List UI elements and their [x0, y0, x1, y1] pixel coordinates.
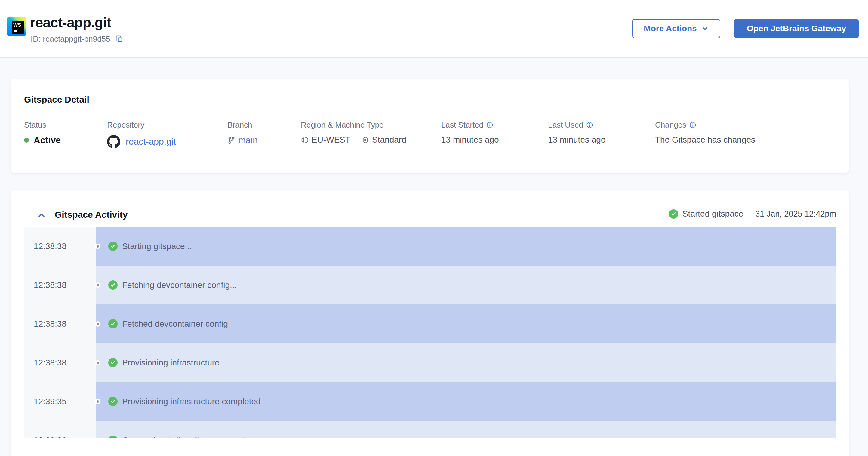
repository-link[interactable]: react-app.git [126, 136, 176, 147]
last-started-value: 13 minutes ago [441, 135, 499, 145]
log-gutter: 12:38:38 [24, 343, 96, 382]
detail-col-region-machine: Region & Machine Type EU-WEST [301, 120, 406, 145]
check-circle-icon [108, 319, 118, 329]
cpu-icon [361, 136, 369, 144]
webstorm-logo-underscore [13, 30, 18, 32]
open-gateway-label: Open JetBrains Gateway [747, 24, 846, 33]
gitspace-id-label: ID: reactappgit-bn9d55 [31, 34, 111, 43]
log-time: 12:38:38 [34, 358, 66, 368]
changes-value: The Gitspace has changes [655, 135, 755, 145]
timeline-dot-icon [95, 244, 100, 249]
last-used-value: 13 minutes ago [548, 135, 606, 145]
log-text: Starting gitspace... [122, 242, 192, 251]
repository-value-row: react-app.git [107, 135, 176, 148]
log-gutter: 12:38:38 [24, 227, 96, 266]
globe-icon [301, 136, 309, 144]
chevron-up-icon[interactable] [37, 211, 46, 220]
detail-col-branch: Branch main [227, 120, 258, 145]
log-text: Provisioning infrastructure... [122, 358, 226, 368]
repository-label: Repository [107, 120, 176, 130]
log-text: Fetched devcontainer config [122, 319, 228, 329]
check-circle-icon [108, 242, 118, 251]
webstorm-logo-inner: WS [12, 21, 24, 34]
info-icon[interactable] [586, 122, 593, 128]
detail-col-repository: Repository react-app.git [107, 120, 176, 148]
activity-status-group: Started gitspace 31 Jan, 2025 12:42pm [669, 209, 836, 219]
page-title: react-app.git [30, 14, 111, 31]
timeline-dot-icon [95, 321, 100, 327]
check-circle-icon [108, 397, 118, 406]
more-actions-button[interactable]: More Actions [632, 19, 720, 38]
status-dot-icon [24, 138, 29, 143]
gitspace-activity-card: Gitspace Activity Started gitspace 31 Ja… [11, 190, 849, 456]
region-value: EU-WEST [312, 135, 350, 145]
page-header: WS react-app.git ID: reactappgit-bn9d55 … [0, 0, 868, 58]
check-circle-icon [108, 358, 118, 367]
log-row: 12:38:38 Fetching devcontainer config... [24, 266, 836, 304]
changes-label: Changes [655, 120, 686, 130]
log-gutter: 12:39:35 [24, 382, 96, 421]
region-machine-label: Region & Machine Type [301, 120, 406, 130]
machine-group: Standard [361, 135, 406, 145]
gitspace-id-row: ID: reactappgit-bn9d55 [31, 34, 123, 43]
activity-log[interactable]: 12:38:38 Starting gitspace... 12:38:38 F… [24, 227, 836, 438]
log-time: 12:38:38 [34, 280, 66, 290]
log-row: 12:39:36 Connecting to the gitspace agen… [24, 421, 836, 438]
chevron-down-icon [701, 25, 709, 32]
more-actions-label: More Actions [644, 24, 696, 33]
log-gutter: 12:38:38 [24, 266, 96, 304]
region-machine-value-row: EU-WEST Standard [301, 135, 406, 145]
detail-col-last-used: Last Used 13 minutes ago [548, 120, 606, 145]
log-row: 12:38:38 Provisioning infrastructure... [24, 343, 836, 382]
log-time: 12:39:35 [34, 397, 66, 406]
timeline-dot-icon [95, 399, 100, 404]
check-circle-icon [669, 209, 678, 219]
branch-link[interactable]: main [238, 135, 258, 145]
last-started-label: Last Started [441, 120, 483, 130]
copy-icon[interactable] [115, 35, 123, 43]
info-icon[interactable] [689, 122, 696, 128]
info-icon[interactable] [486, 122, 493, 128]
status-value: Active [34, 135, 61, 145]
machine-type-value: Standard [372, 135, 406, 145]
status-value-row: Active [24, 135, 61, 145]
webstorm-logo-icon: WS [7, 17, 26, 36]
open-jetbrains-gateway-button[interactable]: Open JetBrains Gateway [734, 19, 859, 38]
git-branch-icon [227, 136, 236, 144]
log-gutter: 12:39:36 [24, 421, 96, 438]
check-circle-icon [108, 280, 118, 290]
log-time: 12:38:38 [34, 319, 66, 329]
log-text: Fetching devcontainer config... [122, 280, 237, 290]
log-text: Provisioning infrastructure completed [122, 397, 261, 406]
timeline-dot-icon [95, 282, 100, 288]
last-used-label: Last Used [548, 120, 583, 130]
log-time: 12:39:36 [34, 435, 66, 438]
log-content: Provisioning infrastructure completed [96, 382, 836, 421]
log-content: Starting gitspace... [96, 227, 836, 266]
log-time: 12:38:38 [34, 242, 66, 251]
gitspace-detail-card: Gitspace Detail Status Active Repository… [11, 79, 849, 173]
log-content: Connecting to the gitspace agent [96, 421, 836, 438]
detail-col-status: Status Active [24, 120, 61, 145]
gitspace-detail-heading: Gitspace Detail [24, 94, 89, 105]
log-row: 12:38:38 Fetched devcontainer config [24, 304, 836, 343]
log-row: 12:38:38 Starting gitspace... [24, 227, 836, 266]
activity-timestamp: 31 Jan, 2025 12:42pm [755, 209, 836, 219]
github-icon [107, 135, 120, 148]
branch-value-row: main [227, 135, 258, 145]
webstorm-logo-text: WS [13, 23, 21, 28]
log-row: 12:39:35 Provisioning infrastructure com… [24, 382, 836, 421]
activity-status-text: Started gitspace [682, 209, 743, 219]
log-content: Fetched devcontainer config [96, 304, 836, 343]
log-content: Fetching devcontainer config... [96, 266, 836, 304]
log-content: Provisioning infrastructure... [96, 343, 836, 382]
status-label: Status [24, 120, 61, 130]
log-gutter: 12:38:38 [24, 304, 96, 343]
branch-label: Branch [227, 120, 258, 130]
detail-col-last-started: Last Started 13 minutes ago [441, 120, 499, 145]
log-text: Connecting to the gitspace agent [122, 435, 245, 438]
check-circle-icon [108, 435, 118, 438]
timeline-dot-icon [95, 360, 100, 365]
gitspace-activity-heading: Gitspace Activity [55, 210, 127, 220]
detail-col-changes: Changes The Gitspace has changes [655, 120, 755, 145]
